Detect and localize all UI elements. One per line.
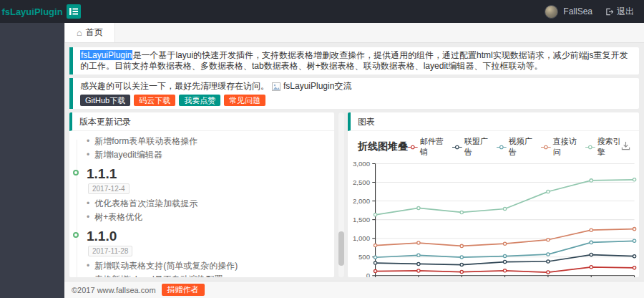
version-panel: 版本更新记录 新增form表单联动表格操作新增layedit编辑器1.1.120… [69,112,334,277]
data-point [503,242,506,245]
release-note: 新增form表单联动表格操作 [87,135,334,147]
logout-label: 退出 [617,6,634,18]
tab-home[interactable]: ⌂ 首页 [64,22,115,42]
legend-item[interactable]: 搜索引擎 [585,136,621,158]
legend-item[interactable]: 视频广告 [497,136,532,158]
broken-image-icon [272,82,280,91]
data-point [633,266,635,269]
data-point [547,271,550,274]
tab-home-label: 首页 [86,27,103,39]
page-content: fsLayuiPlugin是一个基于layui的快速开发插件，支持数据表格增删改… [64,43,644,281]
data-point [460,270,463,273]
data-point [633,178,635,181]
data-point [590,253,592,256]
username[interactable]: FallSea [563,6,592,16]
logout-button[interactable]: 退出 [605,6,634,18]
data-point [503,207,506,210]
main-area: ⌂ 首页 fsLayuiPlugin是一个基于layui的快速开发插件，支持数据… [64,23,644,298]
intro-quote: fsLayuiPlugin是一个基于layui的快速开发插件，支持数据表格增删改… [69,47,639,74]
legend-label: 搜索引擎 [597,136,621,158]
data-point [633,227,635,230]
timeline-dot-icon [73,232,79,238]
data-point [590,266,592,269]
version-timeline: 新增form表单联动表格操作新增layedit编辑器1.1.12017-12-4… [77,135,334,277]
menu-toggle-icon [69,7,78,16]
scrollbar-track[interactable] [338,112,344,277]
data-point [460,211,463,213]
legend-label: 邮件营销 [420,136,444,158]
y-tick-label: 2,000 [353,197,370,205]
release-section: 1.1.02017-11-28新增联动表格支持(简单或复杂的操作)表格新增isL… [87,229,334,277]
data-point [460,244,463,247]
data-point [633,255,635,258]
legend-marker-icon [497,144,507,150]
chart-legend: 邮件营销联盟广告视频广告直接访问搜索引擎 [408,136,621,158]
data-point [547,239,550,241]
follow-link[interactable]: fsLayuiPlugin交流 [283,81,351,92]
legend-label: 视频广告 [509,136,532,158]
chart-title: 折线图堆叠 [358,140,408,153]
data-point [417,262,420,265]
sidebar [0,23,64,298]
version-panel-title: 版本更新记录 [69,112,334,131]
logout-icon [605,8,613,16]
legend-item[interactable]: 联盟广告 [452,136,488,158]
legend-item[interactable]: 邮件营销 [408,136,444,158]
data-point [374,256,376,259]
release-notes-list: 新增联动表格支持(简单或复杂的操作)表格新增isLoad是否自动渲染配置升级la… [87,260,334,277]
release-date-badge: 2017-12-4 [88,183,130,194]
release-note: 优化表格首次渲染加载提示 [87,198,334,209]
data-point [374,244,376,246]
y-tick-label: 0 [366,271,370,277]
data-point [590,179,592,182]
user-menu[interactable]: FallSea [545,5,592,19]
data-point [503,260,506,263]
release-notes-list: 新增form表单联动表格操作新增layedit编辑器 [87,135,334,160]
chart-panel-title: 图表 [348,112,639,131]
data-point [374,213,376,216]
data-point [374,261,376,264]
quick-button[interactable]: 我要点赞 [179,95,220,106]
data-point [503,269,506,272]
quick-button[interactable]: 码云下载 [134,95,175,106]
release-note: 新增layedit编辑器 [87,149,334,160]
data-point [460,256,463,259]
data-point [417,254,420,256]
data-point [503,254,506,257]
quick-button[interactable]: 常见问题 [224,95,265,106]
top-header: fsLayuiPlugin FallSea 退出 [0,0,644,23]
download-icon[interactable] [621,141,630,153]
avatar[interactable] [545,5,558,19]
release-version: 1.1.1 [87,167,334,181]
release-note: 新增联动表格支持(简单或复杂的操作) [87,260,334,271]
y-tick-label: 1,000 [353,234,370,242]
copyright: ©2017 www.fallsea.com [72,286,156,294]
y-tick-label: 3,000 [353,160,370,168]
release-note: 树+表格优化 [87,211,334,223]
scrollbar-thumb[interactable] [338,231,344,266]
release-notes-list: 优化表格首次渲染加载提示树+表格优化 [87,198,334,223]
legend-marker-icon [452,144,462,150]
intro-text: 是一个基于layui的快速开发插件，支持数据表格增删改查操作，提供通用的组件，通… [80,50,628,71]
app-logo[interactable]: fsLayuiPlugin [0,6,64,17]
data-point [590,229,592,231]
legend-item[interactable]: 直接访问 [541,136,577,158]
menu-toggle-button[interactable] [67,4,81,19]
follow-quote: 感兴趣的可以关注一下，最好先清理缓存在访问。 fsLayuiPlugin交流 G… [69,78,639,109]
release-date-badge: 2017-11-28 [88,246,132,256]
data-point [417,269,420,272]
data-point [590,241,592,244]
legend-marker-icon [585,144,595,150]
legend-label: 直接访问 [553,136,577,158]
data-point [547,190,550,193]
line-chart: 05001,0001,5002,0002,5003,000周一周二周三周四周五周… [348,159,639,277]
donate-button[interactable]: 捐赠作者 [162,284,205,296]
quick-button[interactable]: GitHub下载 [80,95,130,106]
data-point [633,239,635,242]
data-point [460,263,463,266]
intro-highlight: fsLayuiPlugin [80,50,132,60]
release-note: 表格新增isLoad是否自动渲染配置 [87,274,334,277]
legend-marker-icon [541,144,551,150]
y-tick-label: 500 [358,253,370,261]
home-icon: ⌂ [77,27,82,38]
